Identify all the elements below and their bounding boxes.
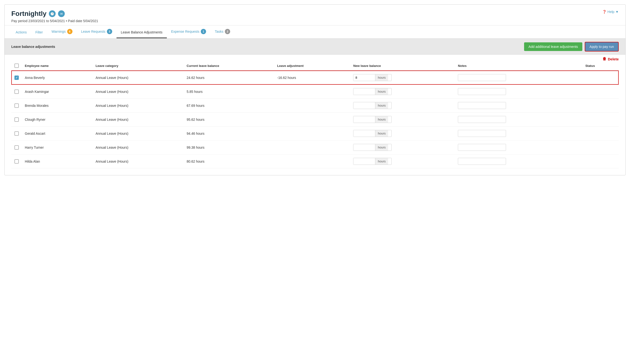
tab-label-expense-requests: Expense Requests [171,29,200,33]
notes-input-harry-turner[interactable] [458,144,506,151]
th-status: Status [582,61,619,70]
notes-input-brenda-morales[interactable] [458,102,506,109]
tab-label-tasks: Tasks [215,29,224,33]
tab-label-leave-balance-adjustments: Leave Balance Adjustments [121,30,162,34]
table-header: Employee name Leave category Current lea… [11,61,619,70]
td-employee-name-hilda-alan: Hilda Alan [22,154,93,168]
new-balance-input-anna-beverly[interactable] [354,74,375,81]
table-row: Gerald AscartAnnual Leave (Hours)94.46 h… [11,127,619,140]
tab-filter[interactable]: Filter [31,27,47,38]
td-new-balance-hilda-alan: hours [350,154,455,168]
row-checkbox-anna-beverly[interactable] [14,75,19,80]
td-current-balance-arash-kamingar: 5.85 hours [184,85,274,99]
td-employee-name-clough-ryner: Clough Ryner [22,113,93,127]
td-notes-gerald-ascart [455,127,582,140]
delete-button[interactable]: 🗑 Delete [602,57,619,61]
td-notes-harry-turner [455,140,582,154]
new-balance-input-arash-kamingar[interactable] [354,88,375,95]
add-leave-adjustments-button[interactable]: Add additional leave adjustments [524,42,582,51]
th-notes: Notes [455,61,582,70]
tab-leave-requests[interactable]: Leave Requests3 [77,25,116,38]
td-notes-arash-kamingar [455,85,582,99]
tab-actions[interactable]: Actions [11,27,31,38]
clock-icon[interactable]: 🕑 [49,10,56,17]
tab-tasks[interactable]: Tasks2 [210,25,234,38]
td-current-balance-harry-turner: 99.38 hours [184,140,274,154]
header-top: Fortnightly 🕑 ✉ ❓ Help ▼ [11,10,619,17]
td-leave-adjustment-clough-ryner [274,113,350,127]
td-employee-name-arash-kamingar: Arash Kamingar [22,85,93,99]
td-leave-adjustment-anna-beverly: -16.62 hours [274,70,350,85]
row-checkbox-harry-turner[interactable] [14,145,19,150]
td-current-balance-brenda-morales: 67.69 hours [184,99,274,113]
td-new-balance-gerald-ascart: hours [350,127,455,140]
table-row: Hilda AlanAnnual Leave (Hours)80.62 hour… [11,154,619,168]
th-leave-category: Leave category [93,61,184,70]
row-checkbox-clough-ryner[interactable] [14,117,19,122]
new-balance-input-hilda-alan[interactable] [354,158,375,165]
td-new-balance-harry-turner: hours [350,140,455,154]
select-all-checkbox[interactable] [14,63,19,68]
td-notes-hilda-alan [455,154,582,168]
table-row: Brenda MoralesAnnual Leave (Hours)67.69 … [11,99,619,113]
notes-input-hilda-alan[interactable] [458,158,506,165]
tabs-section: ActionsFilterWarnings6Leave Requests3Lea… [4,25,626,38]
notes-input-clough-ryner[interactable] [458,116,506,123]
new-balance-input-clough-ryner[interactable] [354,116,375,123]
td-leave-category-harry-turner: Annual Leave (Hours) [93,140,184,154]
td-select-clough-ryner [11,113,22,127]
th-new-leave-balance: New leave balance [350,61,455,70]
apply-to-pay-run-button[interactable]: Apply to pay run [585,42,619,51]
td-status-brenda-morales [582,99,619,113]
tab-badge-warnings: 6 [67,29,72,34]
toolbar-actions: Add additional leave adjustments Apply t… [524,42,619,51]
main-container: Fortnightly 🕑 ✉ ❓ Help ▼ Pay period 23/0… [4,4,626,175]
help-link[interactable]: ❓ Help ▼ [602,10,619,14]
header-row: Employee name Leave category Current lea… [11,61,619,70]
page-subtitle: Pay period 23/03/2021 to 5/04/2021 • Pai… [11,19,619,23]
notes-input-gerald-ascart[interactable] [458,130,506,137]
table-row: Anna BeverlyAnnual Leave (Hours)24.62 ho… [11,70,619,85]
row-checkbox-gerald-ascart[interactable] [14,131,19,136]
td-leave-adjustment-brenda-morales [274,99,350,113]
td-new-balance-brenda-morales: hours [350,99,455,113]
row-checkbox-brenda-morales[interactable] [14,103,19,108]
td-employee-name-brenda-morales: Brenda Morales [22,99,93,113]
td-current-balance-gerald-ascart: 94.46 hours [184,127,274,140]
td-status-anna-beverly [582,70,619,85]
hours-label-hilda-alan: hours [375,158,388,165]
td-current-balance-anna-beverly: 24.62 hours [184,70,274,85]
td-notes-anna-beverly [455,70,582,85]
th-select [11,61,22,70]
notes-input-arash-kamingar[interactable] [458,88,506,95]
row-checkbox-arash-kamingar[interactable] [14,89,19,94]
mail-icon[interactable]: ✉ [58,10,65,17]
hours-label-harry-turner: hours [375,144,388,151]
tab-expense-requests[interactable]: Expense Requests1 [167,25,211,38]
tab-warnings[interactable]: Warnings6 [47,25,77,38]
td-leave-adjustment-hilda-alan [274,154,350,168]
table-area: Employee name Leave category Current lea… [4,61,626,175]
td-new-balance-arash-kamingar: hours [350,85,455,99]
td-current-balance-clough-ryner: 95.62 hours [184,113,274,127]
trash-icon: 🗑 [602,57,606,61]
notes-input-anna-beverly[interactable] [458,74,506,81]
td-leave-category-brenda-morales: Annual Leave (Hours) [93,99,184,113]
td-new-balance-anna-beverly: hours [350,70,455,85]
new-balance-input-brenda-morales[interactable] [354,102,375,109]
tab-label-warnings: Warnings [52,29,66,33]
toolbar-title: Leave balance adjustments [11,45,55,49]
td-status-arash-kamingar [582,85,619,99]
new-balance-input-gerald-ascart[interactable] [354,130,375,137]
td-status-harry-turner [582,140,619,154]
delete-area: 🗑 Delete [4,55,626,61]
tab-leave-balance-adjustments[interactable]: Leave Balance Adjustments [116,27,167,38]
td-select-brenda-morales [11,99,22,113]
new-balance-input-harry-turner[interactable] [354,144,375,151]
row-checkbox-hilda-alan[interactable] [14,159,19,164]
help-label: Help [607,10,614,14]
help-chevron-icon: ▼ [615,10,619,14]
td-select-gerald-ascart [11,127,22,140]
td-notes-brenda-morales [455,99,582,113]
th-current-leave-balance: Current leave balance [184,61,274,70]
